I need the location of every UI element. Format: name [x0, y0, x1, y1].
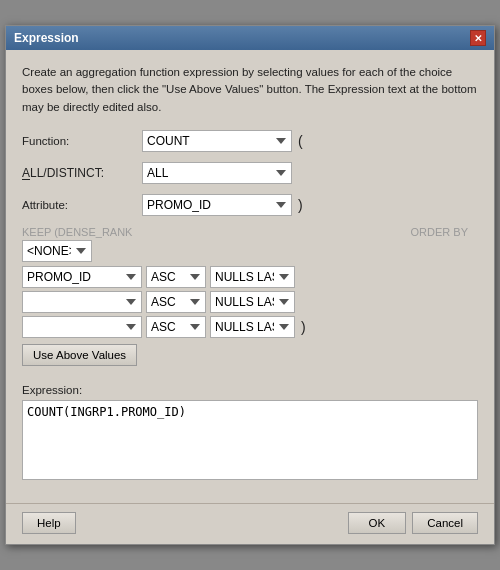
order-row2-asc-select[interactable]: ASC DESC [146, 291, 206, 313]
all-distinct-row: ALL/DISTINCT: ALL DISTINCT [22, 162, 478, 184]
order-row2-nulls-select[interactable]: NULLS LAST NULLS FIRST [210, 291, 295, 313]
order-row1-attr-select[interactable]: PROMO_ID [22, 266, 142, 288]
order-row2-attr-select[interactable] [22, 291, 142, 313]
all-distinct-select[interactable]: ALL DISTINCT [142, 162, 292, 184]
close-paren-2: ) [301, 319, 306, 335]
order-row3-asc-select[interactable]: ASC DESC [146, 316, 206, 338]
function-label: Function: [22, 135, 142, 147]
order-row1-asc-select[interactable]: ASC DESC [146, 266, 206, 288]
function-row: Function: COUNT SUM AVG MIN MAX ( [22, 130, 478, 152]
all-distinct-control: ALL DISTINCT [142, 162, 292, 184]
attribute-select[interactable]: PROMO_ID [142, 194, 292, 216]
close-button[interactable]: ✕ [470, 30, 486, 46]
bottom-bar: Help OK Cancel [6, 503, 494, 544]
order-by-label: ORDER BY [411, 226, 468, 238]
title-bar: Expression ✕ [6, 26, 494, 50]
attribute-label: Attribute: [22, 199, 142, 211]
title-bar-text: Expression [14, 31, 79, 45]
expression-label: Expression: [22, 384, 478, 396]
keep-dense-rank-row: <NONE> [22, 240, 478, 262]
order-row-3: ASC DESC NULLS LAST NULLS FIRST ) [22, 316, 478, 338]
keep-order-header: KEEP (DENSE_RANK ORDER BY [22, 226, 478, 238]
all-distinct-label: ALL/DISTINCT: [22, 166, 142, 180]
expression-textarea[interactable]: COUNT(INGRP1.PROMO_ID) [22, 400, 478, 480]
close-paren: ) [298, 197, 303, 213]
use-above-wrapper: Use Above Values [22, 344, 478, 376]
order-row3-attr-select[interactable] [22, 316, 142, 338]
description-text: Create an aggregation function expressio… [22, 64, 478, 116]
help-button[interactable]: Help [22, 512, 76, 534]
use-above-values-button[interactable]: Use Above Values [22, 344, 137, 366]
function-select[interactable]: COUNT SUM AVG MIN MAX [142, 130, 292, 152]
order-row-1: PROMO_ID ASC DESC NULLS LAST NULLS FIRST [22, 266, 478, 288]
dialog-content: Create an aggregation function expressio… [6, 50, 494, 497]
order-row3-nulls-select[interactable]: NULLS LAST NULLS FIRST [210, 316, 295, 338]
cancel-button[interactable]: Cancel [412, 512, 478, 534]
ok-button[interactable]: OK [348, 512, 407, 534]
attribute-control: PROMO_ID ) [142, 194, 303, 216]
keep-none-select[interactable]: <NONE> [22, 240, 92, 262]
order-row-2: ASC DESC NULLS LAST NULLS FIRST [22, 291, 478, 313]
open-paren: ( [298, 133, 303, 149]
keep-label: KEEP (DENSE_RANK [22, 226, 132, 238]
expression-dialog: Expression ✕ Create an aggregation funct… [5, 25, 495, 545]
right-buttons: OK Cancel [348, 512, 478, 534]
order-row1-nulls-select[interactable]: NULLS LAST NULLS FIRST [210, 266, 295, 288]
function-control: COUNT SUM AVG MIN MAX ( [142, 130, 303, 152]
attribute-row: Attribute: PROMO_ID ) [22, 194, 478, 216]
keep-order-section: KEEP (DENSE_RANK ORDER BY <NONE> PROMO_I… [22, 226, 478, 338]
